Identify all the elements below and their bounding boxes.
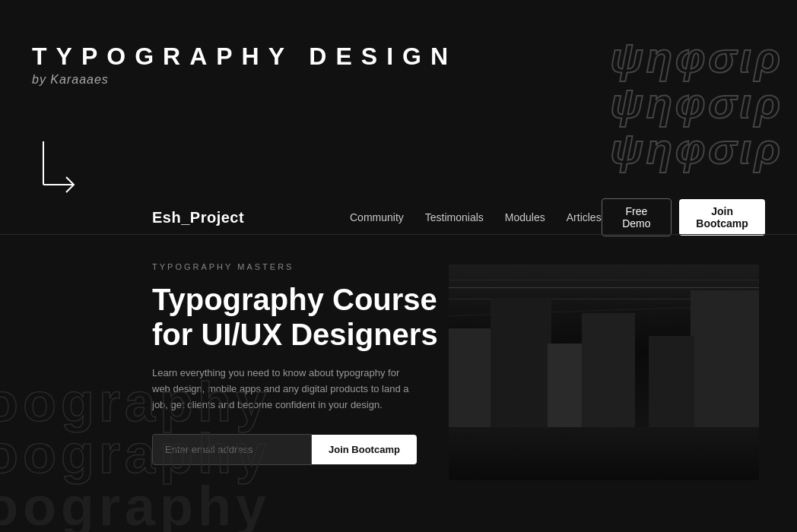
road: [449, 427, 759, 480]
nav-community[interactable]: Community: [350, 211, 404, 223]
eyebrow-label: TYPOGRAPHY MASTERS: [152, 262, 441, 271]
subtitle: by Karaaaes: [32, 73, 457, 87]
arrow-decoration: [36, 135, 81, 196]
right-deco-block: ψηφσιρ ψηφσιρ ψηφσιρ: [610, 36, 783, 170]
nav-modules[interactable]: Modules: [505, 211, 545, 223]
nav-divider: [0, 234, 797, 235]
bottom-typography: oography oography oography: [0, 376, 271, 532]
join-bootcamp-nav-button[interactable]: Join Bootcamp: [679, 199, 765, 236]
nav-articles[interactable]: Articles: [567, 211, 602, 223]
hero-headline: Typography Course for UI/UX Designers: [152, 282, 441, 352]
hero-image: [449, 264, 759, 480]
nav-testimonials[interactable]: Testimonials: [425, 211, 484, 223]
navbar-brand: Esh_Project: [152, 209, 244, 226]
free-demo-button[interactable]: Free Demo: [602, 198, 672, 236]
bottom-type-line-3: oography: [0, 480, 271, 532]
bottom-type-line-1: oography: [0, 376, 271, 428]
right-deco-row-2: ψηφσιρ: [610, 82, 783, 125]
navbar: Esh_Project Community Testimonials Modul…: [0, 199, 797, 236]
top-left-title-block: TYPOGRAPHY DESIGN by Karaaaes: [32, 44, 457, 87]
wire-3: [449, 280, 759, 280]
right-deco-row-3: ψηφσιρ: [610, 128, 783, 170]
hero-image-inner: [449, 264, 759, 480]
right-deco-row-1: ψηφσιρ: [610, 36, 783, 79]
main-title: TYPOGRAPHY DESIGN: [32, 44, 457, 68]
bottom-type-line-2: oography: [0, 428, 271, 480]
navbar-links: Community Testimonials Modules Articles: [350, 211, 602, 223]
wire-1: [449, 287, 759, 288]
join-bootcamp-button[interactable]: Join Bootcamp: [312, 435, 417, 464]
navbar-buttons: Free Demo Join Bootcamp: [602, 198, 765, 236]
